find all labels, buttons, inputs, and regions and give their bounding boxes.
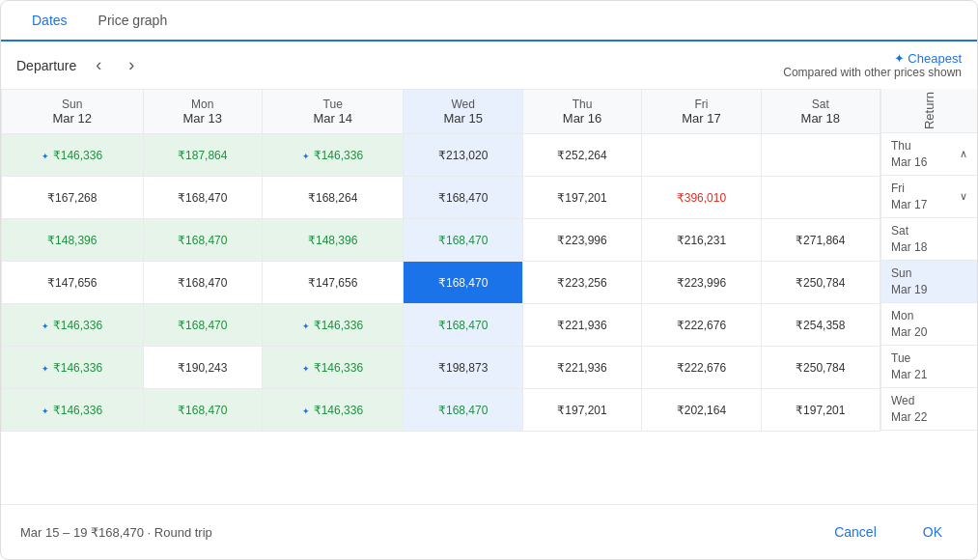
- price-cell[interactable]: ₹271,864: [761, 219, 880, 262]
- departure-label: Departure: [16, 58, 76, 73]
- price-cell[interactable]: ₹168,470: [404, 304, 522, 347]
- price-cell[interactable]: ₹222,676: [642, 347, 761, 389]
- col-header-thu: ThuMar 16: [522, 90, 641, 134]
- cheapest-comparison-text: Compared with other prices shown: [783, 66, 962, 79]
- price-cell[interactable]: ₹168,470: [143, 304, 262, 347]
- price-cell[interactable]: ✦ ₹146,336: [262, 347, 404, 389]
- price-cell[interactable]: ₹147,656: [262, 262, 404, 304]
- tab-price-graph[interactable]: Price graph: [83, 1, 183, 40]
- return-label: Return: [922, 92, 936, 129]
- price-cell[interactable]: ✦ ₹146,336: [262, 134, 404, 177]
- toolbar: Departure ‹ › ✦ Cheapest Compared with o…: [1, 42, 977, 89]
- price-cell[interactable]: ₹223,996: [522, 219, 641, 262]
- price-cell[interactable]: ₹148,396: [2, 219, 144, 262]
- return-date-text: Fri Mar 17: [891, 181, 927, 213]
- price-cell[interactable]: ₹197,201: [522, 177, 641, 219]
- price-cell[interactable]: ✦ ₹146,336: [262, 304, 404, 347]
- chevron-up-icon: ∧: [960, 148, 967, 160]
- price-cell[interactable]: ₹250,784: [761, 347, 880, 389]
- return-date-item[interactable]: Sat Mar 18: [880, 218, 977, 261]
- return-date-item[interactable]: Fri Mar 17 ∨: [880, 176, 977, 218]
- price-cell[interactable]: ₹168,264: [262, 177, 404, 219]
- price-cell[interactable]: ₹223,996: [642, 262, 761, 304]
- price-cell[interactable]: ✦ ₹146,336: [2, 134, 144, 177]
- price-cell[interactable]: ₹202,164: [642, 389, 761, 432]
- price-cell[interactable]: ✦ ₹146,336: [262, 389, 404, 432]
- return-date-item[interactable]: Wed Mar 22: [880, 388, 977, 431]
- price-cell[interactable]: ₹216,231: [642, 219, 761, 262]
- price-cell[interactable]: ₹168,470: [404, 219, 522, 262]
- table-row: ✦ ₹146,336₹168,470✦ ₹146,336₹168,470₹197…: [2, 389, 880, 432]
- return-sidebar: Return Thu Mar 16 ∧ Fri Mar 17 ∨ Sat Mar…: [880, 89, 977, 504]
- ok-button[interactable]: OK: [908, 517, 958, 547]
- price-cell[interactable]: ₹197,201: [522, 389, 641, 432]
- table-row: ✦ ₹146,336₹187,864✦ ₹146,336₹213,020₹252…: [2, 134, 880, 177]
- price-cell[interactable]: ₹223,256: [522, 262, 641, 304]
- price-cell[interactable]: ₹213,020: [404, 134, 522, 177]
- price-cell[interactable]: ₹222,676: [642, 304, 761, 347]
- prev-button[interactable]: ‹: [88, 51, 109, 79]
- price-table: SunMar 12MonMar 13TueMar 14WedMar 15ThuM…: [1, 89, 880, 432]
- price-cell[interactable]: ₹147,656: [2, 262, 144, 304]
- grid-area: SunMar 12MonMar 13TueMar 14WedMar 15ThuM…: [1, 89, 977, 504]
- price-cell[interactable]: ₹254,358: [761, 304, 880, 347]
- col-header-fri: FriMar 17: [642, 90, 761, 134]
- price-cell[interactable]: ₹168,470: [404, 389, 522, 432]
- departure-nav: Departure ‹ ›: [16, 51, 142, 79]
- footer: Mar 15 – 19 ₹168,470 · Round trip Cancel…: [1, 504, 977, 559]
- price-cell[interactable]: ₹221,936: [522, 304, 641, 347]
- col-header-sun: SunMar 12: [2, 90, 144, 134]
- price-cell[interactable]: ₹190,243: [143, 347, 262, 389]
- price-cell[interactable]: ₹197,201: [761, 389, 880, 432]
- table-row: ₹167,268₹168,470₹168,264₹168,470₹197,201…: [2, 177, 880, 219]
- col-header-tue: TueMar 14: [262, 90, 404, 134]
- price-cell[interactable]: [642, 134, 761, 177]
- price-cell[interactable]: ₹168,470: [143, 177, 262, 219]
- price-cell[interactable]: ₹252,264: [522, 134, 641, 177]
- col-header-mon: MonMar 13: [143, 90, 262, 134]
- price-cell[interactable]: ₹198,873: [404, 347, 522, 389]
- table-row: ₹148,396₹168,470₹148,396₹168,470₹223,996…: [2, 219, 880, 262]
- return-date-text: Sun Mar 19: [891, 266, 927, 298]
- table-row: ✦ ₹146,336₹168,470✦ ₹146,336₹168,470₹221…: [2, 304, 880, 347]
- price-cell[interactable]: ₹168,470: [404, 262, 522, 304]
- return-date-text: Mon Mar 20: [891, 308, 927, 341]
- price-cell[interactable]: [761, 177, 880, 219]
- return-date-text: Wed Mar 22: [891, 393, 927, 426]
- return-date-text: Tue Mar 21: [891, 350, 927, 383]
- price-cell[interactable]: ✦ ₹146,336: [2, 389, 144, 432]
- price-cell[interactable]: ₹187,864: [143, 134, 262, 177]
- next-button[interactable]: ›: [121, 51, 142, 79]
- price-cell[interactable]: ₹250,784: [761, 262, 880, 304]
- price-cell[interactable]: [761, 134, 880, 177]
- price-cell[interactable]: ₹396,010: [642, 177, 761, 219]
- price-cell[interactable]: ₹168,470: [143, 262, 262, 304]
- tab-dates[interactable]: Dates: [16, 1, 83, 40]
- footer-buttons: Cancel OK: [819, 517, 958, 547]
- cheapest-note: ✦ Cheapest Compared with other prices sh…: [783, 51, 962, 79]
- cancel-button[interactable]: Cancel: [819, 517, 892, 547]
- price-cell[interactable]: ₹167,268: [2, 177, 144, 219]
- date-table-wrapper: SunMar 12MonMar 13TueMar 14WedMar 15ThuM…: [1, 89, 880, 504]
- return-date-item[interactable]: Thu Mar 16 ∧: [880, 133, 977, 176]
- return-header: Return: [880, 89, 977, 133]
- price-cell[interactable]: ₹168,470: [143, 219, 262, 262]
- price-cell[interactable]: ✦ ₹146,336: [2, 304, 144, 347]
- return-date-item[interactable]: Mon Mar 20: [880, 303, 977, 346]
- return-date-text: Thu Mar 16: [891, 138, 927, 171]
- tabs-bar: Dates Price graph: [1, 1, 977, 42]
- return-items: Thu Mar 16 ∧ Fri Mar 17 ∨ Sat Mar 18 Sun…: [880, 133, 977, 431]
- return-date-item[interactable]: Sun Mar 19: [880, 261, 977, 303]
- price-cell[interactable]: ✦ ₹146,336: [2, 347, 144, 389]
- col-header-sat: SatMar 18: [761, 90, 880, 134]
- return-date-item[interactable]: Tue Mar 21: [880, 346, 977, 388]
- price-cell[interactable]: ₹221,936: [522, 347, 641, 389]
- table-row: ₹147,656₹168,470₹147,656₹168,470₹223,256…: [2, 262, 880, 304]
- col-header-wed: WedMar 15: [404, 90, 522, 134]
- price-cell[interactable]: ₹168,470: [143, 389, 262, 432]
- price-cell[interactable]: ₹148,396: [262, 219, 404, 262]
- footer-trip-info: Mar 15 – 19 ₹168,470 · Round trip: [20, 525, 212, 540]
- chevron-down-icon: ∨: [960, 190, 967, 203]
- table-row: ✦ ₹146,336₹190,243✦ ₹146,336₹198,873₹221…: [2, 347, 880, 389]
- price-cell[interactable]: ₹168,470: [404, 177, 522, 219]
